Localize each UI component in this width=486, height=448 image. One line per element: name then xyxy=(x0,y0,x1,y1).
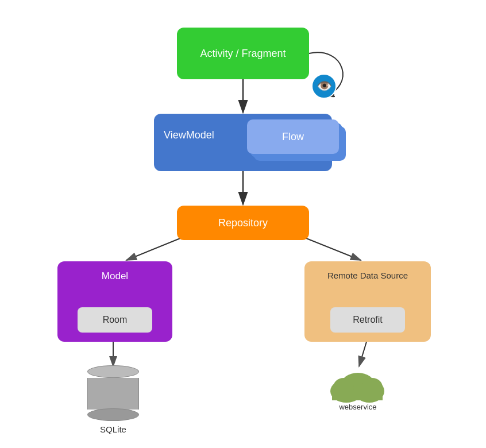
svg-line-7 xyxy=(359,342,367,366)
svg-rect-13 xyxy=(332,390,383,400)
repository-label: Repository xyxy=(218,217,268,229)
sqlite-cylinder xyxy=(87,365,139,421)
cylinder-body xyxy=(87,378,139,410)
viewmodel-label: ViewModel xyxy=(164,129,214,141)
eye-icon: 👁️ xyxy=(311,74,337,99)
model-label: Model xyxy=(57,271,172,282)
webservice-container: webservice xyxy=(326,365,389,411)
remote-label: Remote Data Source xyxy=(304,271,431,280)
cylinder-top xyxy=(87,365,139,378)
repository-node: Repository xyxy=(177,206,309,240)
cloud-icon xyxy=(326,365,389,403)
flow-card-main: Flow xyxy=(247,119,339,154)
model-node: Model Room xyxy=(57,261,172,342)
retrofit-box: Retrofit xyxy=(330,307,405,333)
webservice-label: webservice xyxy=(339,403,376,411)
room-label: Room xyxy=(103,315,128,325)
room-box: Room xyxy=(78,307,152,333)
diagram-container: Activity / Fragment 👁️ ViewModel Flow Re… xyxy=(0,0,486,448)
retrofit-label: Retrofit xyxy=(353,315,383,325)
activity-node: Activity / Fragment xyxy=(177,28,309,79)
cylinder-bottom xyxy=(87,408,139,421)
activity-label: Activity / Fragment xyxy=(200,48,286,60)
remote-node: Remote Data Source Retrofit xyxy=(304,261,431,342)
sqlite-container: SQLite xyxy=(87,365,139,434)
flow-label: Flow xyxy=(282,131,304,143)
sqlite-label: SQLite xyxy=(100,424,126,434)
